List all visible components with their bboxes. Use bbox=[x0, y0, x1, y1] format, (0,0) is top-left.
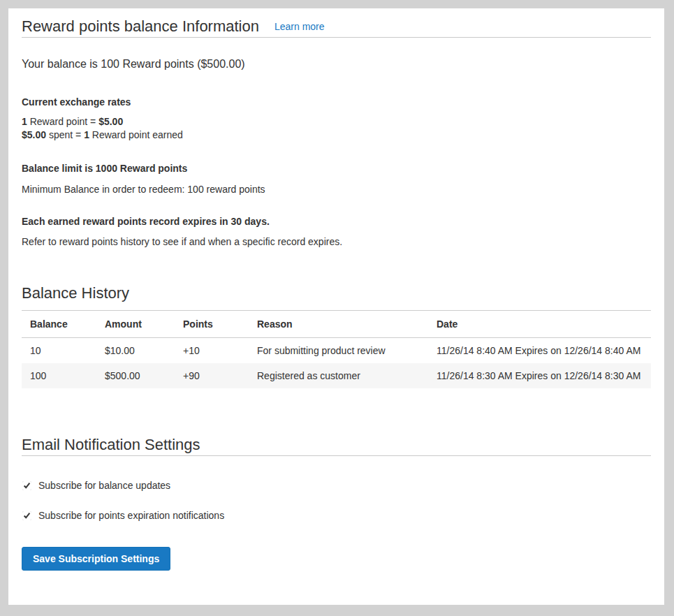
page-title: Reward points balance Information bbox=[22, 16, 259, 37]
learn-more-link[interactable]: Learn more bbox=[274, 21, 325, 32]
exchange-rate-segment: $5.00 bbox=[22, 129, 46, 140]
subscription-option: Subscribe for points expiration notifica… bbox=[22, 510, 651, 521]
exchange-rate-segment: Reward point earned bbox=[89, 129, 183, 140]
notification-divider bbox=[22, 455, 651, 456]
table-cell: $500.00 bbox=[96, 363, 175, 388]
expiry-note: Refer to reward points history to see if… bbox=[22, 235, 651, 249]
subscription-label[interactable]: Subscribe for points expiration notifica… bbox=[38, 510, 224, 521]
exchange-rate-segment: $5.00 bbox=[98, 116, 123, 127]
table-cell: For submitting product review bbox=[249, 338, 428, 364]
table-cell: +90 bbox=[175, 363, 249, 388]
save-subscription-settings-button[interactable]: Save Subscription Settings bbox=[22, 547, 170, 571]
column-header-reason: Reason bbox=[249, 311, 428, 338]
table-row: 100$500.00+90Registered as customer11/26… bbox=[22, 363, 651, 388]
table-cell: 10 bbox=[22, 338, 96, 364]
exchange-rate-segment: 1 bbox=[22, 116, 27, 127]
exchange-rate-segment: 1 bbox=[84, 129, 89, 140]
table-cell: 11/26/14 8:30 AM Expires on 12/26/14 8:3… bbox=[428, 363, 651, 388]
subscription-checkbox[interactable] bbox=[22, 481, 31, 490]
exchange-rate-line: $5.00 spent = 1 Reward point earned bbox=[22, 129, 651, 142]
subscription-checkbox[interactable] bbox=[22, 511, 31, 520]
table-cell: Registered as customer bbox=[249, 363, 428, 388]
column-header-date: Date bbox=[428, 311, 651, 338]
page-background: Reward points balance Information Learn … bbox=[0, 0, 674, 616]
balance-limit-heading: Balance limit is 1000 Reward points bbox=[22, 161, 651, 175]
column-header-balance: Balance bbox=[22, 311, 96, 338]
table-cell: +10 bbox=[175, 338, 249, 364]
exchange-rate-segment: Reward point = bbox=[27, 116, 98, 127]
balance-history-header: BalanceAmountPointsReasonDate bbox=[22, 311, 651, 338]
balance-history-table: BalanceAmountPointsReasonDate 10$10.00+1… bbox=[22, 310, 651, 388]
expiry-heading: Each earned reward points record expires… bbox=[22, 214, 651, 228]
exchange-rate-line: 1 Reward point = $5.00 bbox=[22, 115, 651, 129]
balance-summary: Your balance is 100 Reward points ($500.… bbox=[22, 57, 651, 72]
exchange-rate-segment: spent = bbox=[46, 129, 84, 140]
subscription-label[interactable]: Subscribe for balance updates bbox=[38, 480, 170, 491]
balance-history-title: Balance History bbox=[22, 283, 651, 304]
reward-points-card: Reward points balance Information Learn … bbox=[8, 8, 664, 605]
exchange-rates-heading: Current exchange rates bbox=[22, 95, 651, 109]
subscription-option: Subscribe for balance updates bbox=[22, 480, 651, 491]
column-header-points: Points bbox=[175, 311, 249, 338]
table-row: 10$10.00+10For submitting product review… bbox=[22, 338, 651, 364]
balance-history-body: 10$10.00+10For submitting product review… bbox=[22, 338, 651, 389]
subscription-options: Subscribe for balance updatesSubscribe f… bbox=[22, 480, 651, 521]
exchange-rates-lines: 1 Reward point = $5.00$5.00 spent = 1 Re… bbox=[22, 115, 651, 142]
email-notification-title: Email Notification Settings bbox=[22, 434, 651, 455]
minimum-balance-note: Minimum Balance in order to redeem: 100 … bbox=[22, 182, 651, 196]
header-row: BalanceAmountPointsReasonDate bbox=[22, 311, 651, 338]
column-header-amount: Amount bbox=[96, 311, 175, 338]
table-cell: 100 bbox=[22, 363, 96, 388]
title-divider bbox=[22, 37, 651, 38]
page-header: Reward points balance Information Learn … bbox=[22, 16, 651, 37]
table-cell: 11/26/14 8:40 AM Expires on 12/26/14 8:4… bbox=[428, 338, 651, 364]
table-cell: $10.00 bbox=[96, 338, 175, 364]
